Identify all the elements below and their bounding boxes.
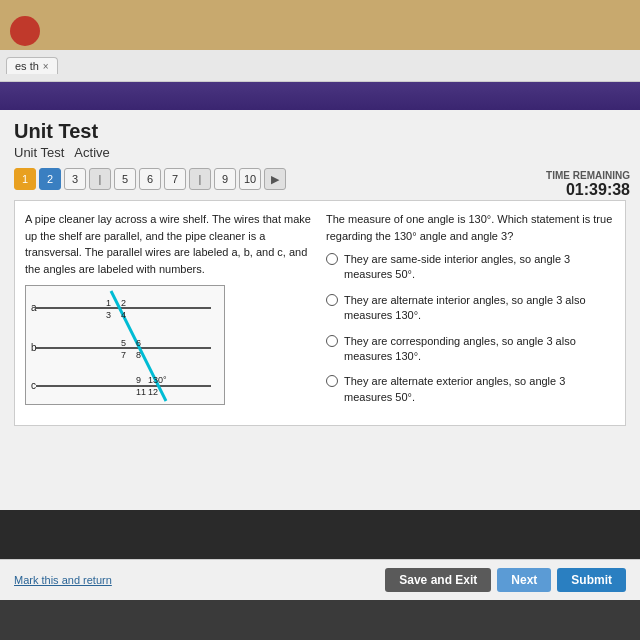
browser-chrome: es th × (0, 50, 640, 82)
choice-a-text: They are same-side interior angles, so a… (344, 252, 615, 283)
svg-text:130°: 130° (148, 375, 167, 385)
tab-close-icon[interactable]: × (43, 61, 49, 72)
scenario-text: A pipe cleaner lay across a wire shelf. … (25, 211, 314, 277)
monitor-bottom-bezel (0, 600, 640, 640)
timer-section: TIME REMAINING 01:39:38 (546, 170, 630, 199)
question-text: The measure of one angle is 130°. Which … (326, 211, 615, 244)
radio-c[interactable] (326, 335, 338, 347)
page-btn-mid-gap: | (189, 168, 211, 190)
svg-text:2: 2 (121, 298, 126, 308)
page-btn-7[interactable]: 7 (164, 168, 186, 190)
radio-b[interactable] (326, 294, 338, 306)
svg-text:9: 9 (136, 375, 141, 385)
right-panel: The measure of one angle is 130°. Which … (326, 211, 615, 415)
mark-return-link[interactable]: Mark this and return (14, 574, 112, 586)
monitor-bezel (0, 0, 640, 50)
page-btn-3[interactable]: 3 (64, 168, 86, 190)
page-next-icon[interactable]: ▶ (264, 168, 286, 190)
app-header-bar (0, 82, 640, 110)
tab-bar: es th × (6, 57, 58, 74)
svg-text:8: 8 (136, 350, 141, 360)
question-panel: A pipe cleaner lay across a wire shelf. … (14, 200, 626, 426)
choice-b[interactable]: They are alternate interior angles, so a… (326, 293, 615, 324)
tab-label: es th (15, 60, 39, 72)
pagination: 1 2 3 | 5 6 7 | 9 10 ▶ (14, 168, 626, 190)
save-exit-button[interactable]: Save and Exit (385, 568, 491, 592)
browser-tab[interactable]: es th × (6, 57, 58, 74)
page-btn-6[interactable]: 6 (139, 168, 161, 190)
timer-value: 01:39:38 (546, 181, 630, 199)
svg-text:7: 7 (121, 350, 126, 360)
choice-c[interactable]: They are corresponding angles, so angle … (326, 334, 615, 365)
svg-text:4: 4 (121, 310, 126, 320)
svg-text:b: b (31, 342, 37, 353)
next-button[interactable]: Next (497, 568, 551, 592)
bottom-buttons: Save and Exit Next Submit (385, 568, 626, 592)
choice-a[interactable]: They are same-side interior angles, so a… (326, 252, 615, 283)
page-subtitle: Unit Test Active (14, 145, 626, 160)
subtitle-label: Unit Test (14, 145, 64, 160)
power-button (10, 16, 40, 46)
radio-d[interactable] (326, 375, 338, 387)
submit-button[interactable]: Submit (557, 568, 626, 592)
svg-text:5: 5 (121, 338, 126, 348)
svg-text:3: 3 (106, 310, 111, 320)
page-btn-2[interactable]: 2 (39, 168, 61, 190)
svg-text:a: a (31, 302, 37, 313)
page-btn-9[interactable]: 9 (214, 168, 236, 190)
timer-label: TIME REMAINING (546, 170, 630, 181)
choice-d-text: They are alternate exterior angles, so a… (344, 374, 615, 405)
geometry-diagram: a b c 1 2 3 4 5 6 7 8 9 (25, 285, 225, 405)
svg-text:12: 12 (148, 387, 158, 397)
page-btn-5[interactable]: 5 (114, 168, 136, 190)
page-btn-1[interactable]: 1 (14, 168, 36, 190)
page-title: Unit Test (14, 120, 626, 143)
page-btn-10[interactable]: 10 (239, 168, 261, 190)
svg-text:c: c (31, 380, 36, 391)
status-badge: Active (74, 145, 109, 160)
left-panel: A pipe cleaner lay across a wire shelf. … (25, 211, 314, 415)
answer-choices: They are same-side interior angles, so a… (326, 252, 615, 405)
choice-d[interactable]: They are alternate exterior angles, so a… (326, 374, 615, 405)
choice-c-text: They are corresponding angles, so angle … (344, 334, 615, 365)
svg-text:11: 11 (136, 387, 146, 397)
svg-text:6: 6 (136, 338, 141, 348)
radio-a[interactable] (326, 253, 338, 265)
choice-b-text: They are alternate interior angles, so a… (344, 293, 615, 324)
bottom-bar: Mark this and return Save and Exit Next … (0, 559, 640, 600)
svg-text:1: 1 (106, 298, 111, 308)
diagram-svg: a b c 1 2 3 4 5 6 7 8 9 (26, 286, 225, 405)
page-btn-prev-gap: | (89, 168, 111, 190)
content-area: Unit Test Unit Test Active 1 2 3 | 5 6 7… (0, 110, 640, 510)
